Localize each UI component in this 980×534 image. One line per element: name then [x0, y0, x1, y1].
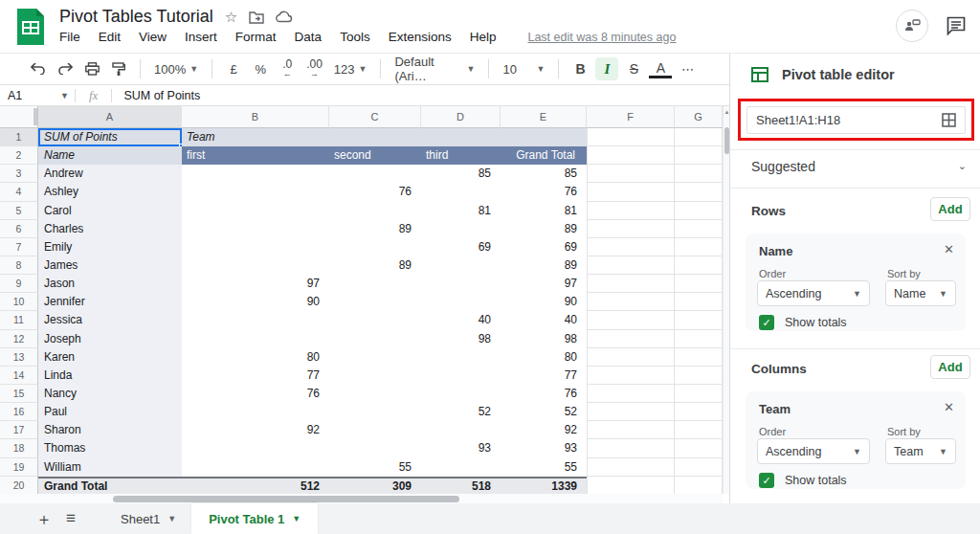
cell-third[interactable]	[421, 275, 501, 293]
row-header-11[interactable]: 11	[0, 311, 38, 329]
star-icon[interactable]: ☆	[225, 9, 237, 26]
cell-person-name[interactable]: William	[38, 458, 182, 477]
cell-second[interactable]	[329, 330, 421, 348]
empty-cell[interactable]	[587, 183, 675, 201]
empty-cell[interactable]	[675, 146, 723, 165]
cell-person-name[interactable]: Jennifer	[38, 293, 182, 311]
column-header-A[interactable]: A	[38, 106, 182, 128]
cell-person-name[interactable]: Thomas	[38, 439, 182, 457]
last-edit-link[interactable]: Last edit was 8 minutes ago	[527, 31, 676, 44]
cell-grand-total[interactable]: 55	[501, 458, 587, 477]
format-percent-button[interactable]: %	[249, 57, 272, 80]
column-header-G[interactable]: G	[675, 106, 723, 128]
comments-icon[interactable]	[946, 15, 967, 36]
cell-third[interactable]: 93	[421, 439, 501, 457]
empty-cell[interactable]	[675, 238, 723, 256]
cell-grand-total[interactable]: 76	[501, 183, 587, 201]
cell-second[interactable]	[329, 385, 421, 403]
empty-cell[interactable]	[587, 421, 675, 439]
cell-third[interactable]	[421, 458, 501, 477]
font-size-select[interactable]: 10▼	[499, 57, 548, 80]
empty-cell[interactable]	[675, 477, 723, 495]
cell-grand-total[interactable]: 80	[501, 348, 587, 367]
columns-add-button[interactable]: Add	[930, 355, 970, 379]
cell-name-label[interactable]: Name	[38, 146, 182, 165]
cell-total-third[interactable]: 518	[421, 477, 501, 495]
empty-cell[interactable]	[675, 183, 723, 201]
cell-grand-total[interactable]: 97	[501, 275, 587, 293]
empty-cell[interactable]	[675, 439, 723, 457]
empty-cell[interactable]	[587, 403, 675, 421]
cell-person-name[interactable]: Linda	[38, 367, 182, 385]
empty-cell[interactable]	[587, 238, 675, 256]
cell-second[interactable]: 76	[329, 183, 421, 201]
empty-cell[interactable]	[587, 348, 675, 367]
row-header-6[interactable]: 6	[0, 220, 38, 238]
cell-grand-total[interactable]: 89	[501, 220, 587, 238]
empty-cell[interactable]	[587, 439, 675, 457]
cell-second[interactable]	[329, 293, 421, 311]
menu-item-edit[interactable]: Edit	[99, 30, 121, 44]
cell-third[interactable]	[421, 421, 501, 439]
cell-team[interactable]: Team	[182, 128, 329, 146]
empty-cell[interactable]	[675, 330, 723, 348]
cell-person-name[interactable]: Emily	[38, 238, 182, 256]
text-color-button[interactable]: A	[649, 59, 672, 78]
close-icon[interactable]: ✕	[944, 242, 954, 256]
row-header-12[interactable]: 12	[0, 330, 38, 348]
cell-second[interactable]	[329, 421, 421, 439]
menu-item-insert[interactable]: Insert	[185, 30, 217, 44]
empty-cell[interactable]	[675, 311, 723, 329]
empty-cell[interactable]	[675, 458, 723, 477]
horizontal-scroll-thumb[interactable]	[113, 496, 459, 502]
strikethrough-button[interactable]: S	[622, 57, 645, 80]
cell-third[interactable]	[421, 293, 501, 311]
cell-second[interactable]	[329, 311, 421, 329]
cell-third[interactable]	[421, 367, 501, 385]
cell-second[interactable]	[329, 403, 421, 421]
cell-first[interactable]	[182, 202, 329, 220]
cell-second[interactable]	[329, 238, 421, 256]
font-select[interactable]: Default (Ari…▼	[390, 57, 479, 80]
pivot-col-header[interactable]: second	[329, 146, 421, 165]
grid-cell[interactable]	[329, 128, 421, 146]
row-header-5[interactable]: 5	[0, 202, 38, 220]
horizontal-scrollbar[interactable]	[0, 494, 723, 503]
empty-cell[interactable]	[675, 421, 723, 439]
cell-person-name[interactable]: Karen	[38, 348, 182, 367]
cell-first[interactable]	[182, 165, 329, 183]
column-header-C[interactable]: C	[329, 106, 421, 128]
menu-item-extensions[interactable]: Extensions	[389, 30, 452, 44]
tab-sheet1[interactable]: Sheet1▼	[105, 503, 191, 534]
cloud-status-icon[interactable]	[276, 11, 293, 23]
grid-cell[interactable]	[501, 128, 587, 146]
cell-second[interactable]: 89	[329, 220, 421, 238]
cell-third[interactable]: 81	[421, 202, 501, 220]
row-header-17[interactable]: 17	[0, 421, 38, 439]
cell-person-name[interactable]: Jessica	[38, 311, 182, 329]
cell-grand-total[interactable]: 93	[501, 439, 587, 457]
cell-total-first[interactable]: 512	[182, 477, 329, 495]
cell-person-name[interactable]: Ashley	[38, 183, 182, 201]
zoom-select[interactable]: 100%▼	[150, 57, 202, 80]
chevron-down-icon[interactable]: ⌄	[958, 160, 967, 172]
vertical-scrollbar[interactable]: ▲	[723, 106, 729, 494]
increase-decimal-button[interactable]: .00→	[302, 57, 326, 80]
menu-item-data[interactable]: Data	[295, 30, 323, 44]
cell-total-second[interactable]: 309	[329, 477, 421, 495]
cell-third[interactable]	[421, 220, 501, 238]
cell-grand-total[interactable]: 90	[501, 293, 587, 311]
cell-grand-total[interactable]: 85	[501, 165, 587, 183]
column-header-D[interactable]: D	[421, 106, 501, 128]
empty-cell[interactable]	[675, 165, 723, 183]
row-header-9[interactable]: 9	[0, 275, 38, 293]
cell-person-name[interactable]: Nancy	[38, 385, 182, 403]
cell-total-overall[interactable]: 1339	[501, 477, 587, 495]
cell-grand-total[interactable]: 69	[501, 238, 587, 256]
cell-third[interactable]: 98	[421, 330, 501, 348]
menu-item-view[interactable]: View	[139, 30, 167, 44]
empty-cell[interactable]	[587, 385, 675, 403]
order-select[interactable]: Ascending▼	[757, 438, 870, 464]
empty-cell[interactable]	[587, 458, 675, 477]
rows-add-button[interactable]: Add	[930, 197, 970, 221]
